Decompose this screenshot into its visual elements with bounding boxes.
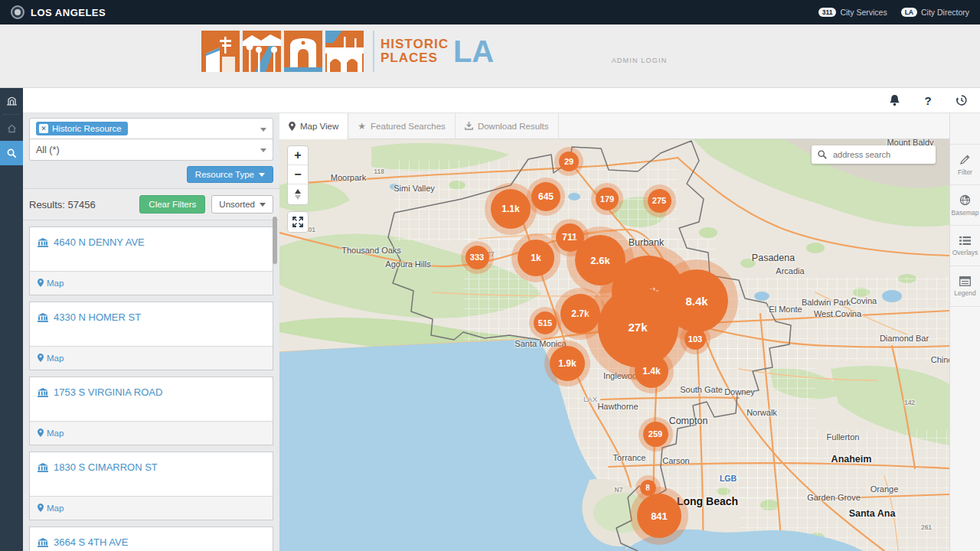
select-caret-icon [260, 128, 266, 132]
city-directory-link[interactable]: LA City Directory [901, 8, 969, 17]
map-tabs: Map View ★ Featured Searches Download Re… [279, 113, 949, 139]
result-title-link[interactable]: 3664 S 4TH AVE [30, 527, 273, 551]
map-cluster[interactable]: 333 [466, 246, 489, 269]
basemap-tool-button[interactable]: Basemap [950, 185, 980, 226]
result-address: 4330 N HOMER ST [54, 311, 141, 323]
result-map-link[interactable]: Map [38, 279, 64, 288]
address-search-input[interactable] [831, 149, 926, 160]
filter-tool-label: Filter [958, 168, 972, 176]
map-cluster[interactable]: 1.4k [635, 354, 668, 388]
result-card: 4640 N DENNY AVE Map [29, 227, 273, 295]
map-tools-sidebar: Filter Basemap Overlays Legend [949, 113, 980, 551]
zoom-out-button[interactable]: − [288, 165, 308, 184]
map-link-label: Map [47, 504, 64, 513]
help-button[interactable]: ? [920, 93, 936, 108]
result-body [30, 404, 273, 421]
resource-type-button[interactable]: Resource Type [187, 166, 273, 183]
filter-tool-button[interactable]: Filter [950, 145, 980, 185]
result-map-link[interactable]: Map [38, 429, 64, 438]
rail-search-button[interactable] [0, 141, 23, 165]
map-cluster[interactable]: 2.7k [560, 294, 600, 334]
legend-tool-button[interactable]: Legend [950, 266, 980, 307]
result-card: 1830 S CIMARRON ST Map [29, 452, 273, 520]
map-cluster[interactable]: 1.9k [550, 346, 585, 381]
map-cluster[interactable]: 841 [637, 494, 681, 538]
clear-filters-button[interactable]: Clear Filters [139, 195, 205, 214]
remove-tag-icon[interactable]: ✕ [39, 124, 48, 133]
fullscreen-button[interactable] [287, 211, 309, 233]
result-footer: Map [30, 496, 273, 520]
result-map-link[interactable]: Map [38, 354, 64, 363]
map-cluster[interactable]: 8 [640, 480, 656, 496]
app-rail [0, 88, 23, 551]
result-title-link[interactable]: 1753 S VIRGINIA ROAD [30, 377, 273, 404]
historic-resource-tag: ✕ Historic Resource [36, 122, 128, 135]
map-cluster[interactable]: 27k [598, 287, 678, 367]
map-pin-icon [38, 429, 44, 437]
city-top-bar: LOS ANGELES 311 City Services LA City Di… [0, 0, 980, 24]
landmark-icon [38, 463, 48, 472]
map-link-label: Map [47, 279, 64, 288]
list-scrollbar[interactable] [273, 217, 277, 264]
search-icon [818, 150, 827, 159]
result-title-link[interactable]: 1830 S CIMARRON ST [30, 452, 273, 479]
landmark-icon [38, 538, 48, 547]
tab-download-results[interactable]: Download Results [456, 113, 559, 139]
result-map-link[interactable]: Map [38, 504, 64, 513]
map-cluster[interactable]: 1.1k [491, 189, 531, 229]
map-cluster[interactable]: 1k [518, 240, 554, 276]
rail-home-button[interactable] [0, 116, 23, 141]
city-directory-label: City Directory [921, 8, 969, 17]
map-pin-icon [289, 122, 296, 131]
result-card: 4330 N HOMER ST Map [29, 302, 273, 370]
result-footer: Map [30, 271, 273, 295]
map-canvas[interactable]: + − MoorparkSimi ValleyThousand OaksAgou… [279, 139, 949, 551]
tab-featured-searches[interactable]: ★ Featured Searches [348, 113, 456, 139]
legend-tool-label: Legend [954, 289, 975, 297]
city-services-link[interactable]: 311 City Services [818, 8, 887, 17]
badge-311: 311 [818, 8, 837, 17]
map-cluster[interactable]: 259 [643, 422, 668, 447]
tab-map-view-label: Map View [300, 122, 338, 131]
result-footer: Map [30, 346, 273, 370]
map-cluster[interactable]: 515 [534, 311, 557, 334]
history-login-button[interactable] [954, 93, 969, 108]
resource-filter-select[interactable]: ✕ Historic Resource [29, 118, 273, 139]
zoom-slider[interactable] [288, 184, 308, 204]
map-pin-icon [38, 279, 44, 287]
landmark-icon [38, 238, 48, 247]
map-link-label: Map [47, 429, 64, 438]
map-cluster[interactable]: 29 [559, 152, 579, 171]
result-body [30, 479, 273, 496]
result-title-link[interactable]: 4330 N HOMER ST [30, 302, 273, 329]
notifications-bell-button[interactable] [887, 93, 902, 108]
resource-type-caret-icon [259, 173, 265, 177]
city-services-label: City Services [840, 8, 887, 17]
map-cluster[interactable]: 645 [531, 182, 560, 211]
result-list: 4640 N DENNY AVE Map [23, 220, 279, 551]
result-address: 1830 S CIMARRON ST [54, 461, 158, 473]
results-count: Results: 57456 [29, 199, 133, 210]
overlays-tool-button[interactable]: Overlays [950, 226, 980, 266]
admin-login-link[interactable]: ADMIN LOGIN [612, 57, 668, 64]
pencil-icon [959, 154, 971, 165]
badge-la: LA [901, 8, 917, 17]
tab-map-view[interactable]: Map View [279, 113, 348, 139]
map-cluster[interactable]: 275 [648, 189, 671, 213]
category-select[interactable]: All (*) [29, 139, 273, 161]
logo-word-historic: HISTORIC [381, 37, 449, 51]
legend-icon [959, 276, 971, 286]
zoom-in-button[interactable]: + [288, 146, 308, 165]
map-cluster[interactable]: 179 [596, 187, 619, 210]
search-panel: ✕ Historic Resource All (*) Resource Typ… [23, 113, 279, 551]
map-pin-icon [38, 354, 44, 362]
app-toolbar: ? [23, 88, 980, 113]
fullscreen-icon [292, 217, 303, 227]
sort-select[interactable]: Unsorted [211, 195, 273, 214]
rail-logo-arch-icon[interactable] [0, 88, 23, 112]
la-city-seal-icon [11, 5, 24, 19]
map-cluster[interactable]: 103 [684, 328, 706, 350]
result-title-link[interactable]: 4640 N DENNY AVE [30, 227, 273, 254]
slider-up-icon [295, 189, 301, 194]
result-body [30, 254, 273, 271]
